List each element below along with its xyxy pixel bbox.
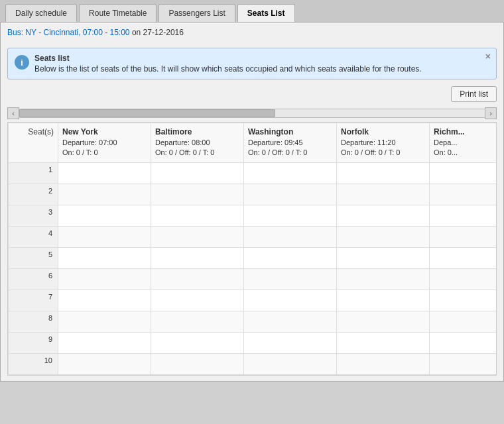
seat-number-cell: 3 (9, 205, 58, 226)
page-wrapper: Daily schedule Route Timetable Passenger… (0, 0, 504, 424)
tabs-bar: Daily schedule Route Timetable Passenger… (0, 0, 504, 23)
seat-city-cell (244, 226, 337, 247)
seat-city-cell (430, 184, 497, 205)
seat-city-cell (244, 162, 337, 184)
seat-city-cell (58, 353, 151, 374)
seat-number-cell: 2 (9, 184, 58, 205)
table-row: 4 (9, 226, 497, 247)
info-close-button[interactable]: × (485, 51, 491, 62)
seat-city-cell (430, 290, 497, 311)
city-name-richmond: Richm... (434, 127, 497, 136)
seat-city-cell (151, 290, 244, 311)
seat-city-cell (151, 332, 244, 353)
seat-city-cell (151, 311, 244, 332)
tab-daily-schedule[interactable]: Daily schedule (5, 4, 77, 22)
city-name-washington: Washington (248, 127, 332, 136)
city-stats-washington: On: 0 / Off: 0 / T: 0 (248, 148, 332, 158)
seats-table: Seat(s) New York Departure: 07:00 On: 0 … (8, 123, 497, 375)
tab-passengers-list[interactable]: Passengers List (158, 4, 235, 22)
city-stats-norfolk: On: 0 / Off: 0 / T: 0 (341, 148, 425, 158)
seat-city-cell (151, 184, 244, 205)
city-departure-washington: Departure: 09:45 (248, 138, 332, 148)
seat-city-cell (337, 162, 430, 184)
city-stats-new-york: On: 0 / T: 0 (62, 148, 147, 158)
seat-number-cell: 1 (9, 162, 58, 184)
seat-city-cell (337, 247, 430, 268)
city-departure-richmond: Depa... (434, 138, 497, 148)
city-departure-new-york: Departure: 07:00 (62, 138, 147, 148)
seat-city-cell (244, 247, 337, 268)
scroll-thumb[interactable] (19, 109, 275, 117)
seat-col-header: Seat(s) (9, 123, 58, 163)
col-header-washington: Washington Departure: 09:45 On: 0 / Off:… (244, 123, 337, 163)
info-title: Seats list (34, 54, 489, 63)
table-row: 3 (9, 205, 497, 226)
info-icon: i (15, 55, 29, 70)
seat-number-cell: 10 (9, 353, 58, 374)
seat-city-cell (58, 205, 151, 226)
seat-city-cell (244, 311, 337, 332)
seats-table-body: 12345678910 (9, 162, 497, 374)
seat-number-cell: 9 (9, 332, 58, 353)
table-row: 9 (9, 332, 497, 353)
seat-city-cell (337, 311, 430, 332)
tab-seats-list[interactable]: Seats List (237, 4, 295, 22)
seat-city-cell (151, 353, 244, 374)
seat-city-cell (244, 290, 337, 311)
city-name-norfolk: Norfolk (341, 127, 425, 136)
table-row: 8 (9, 311, 497, 332)
seat-city-cell (151, 162, 244, 184)
seat-city-cell (244, 268, 337, 290)
bus-date: on 27-12-2016 (130, 28, 184, 37)
seat-city-cell (244, 184, 337, 205)
seat-city-cell (58, 268, 151, 290)
scroll-left-arrow[interactable]: ‹ (7, 107, 19, 119)
seat-number-cell: 4 (9, 226, 58, 247)
seat-number-cell: 6 (9, 268, 58, 290)
col-header-richmond: Richm... Depa... On: 0... (430, 123, 497, 163)
scroll-right-arrow[interactable]: › (485, 107, 497, 119)
seats-table-wrapper: Seat(s) New York Departure: 07:00 On: 0 … (7, 122, 497, 376)
city-departure-baltimore: Departure: 08:00 (155, 138, 239, 148)
seat-city-cell (430, 162, 497, 184)
col-header-baltimore: Baltimore Departure: 08:00 On: 0 / Off: … (151, 123, 244, 163)
seat-city-cell (337, 226, 430, 247)
scroll-track[interactable] (19, 109, 485, 118)
seat-city-cell (337, 268, 430, 290)
table-header-row: Seat(s) New York Departure: 07:00 On: 0 … (9, 123, 497, 163)
print-button[interactable]: Print list (451, 86, 497, 102)
info-box: i Seats list Below is the list of seats … (7, 48, 497, 80)
print-row: Print list (7, 86, 497, 102)
content-area: Bus: NY - Cincinnati, 07:00 - 15:00 on 2… (0, 23, 504, 382)
seat-city-cell (151, 226, 244, 247)
info-text-block: Seats list Below is the list of seats of… (34, 54, 489, 74)
seat-city-cell (151, 268, 244, 290)
seat-city-cell (58, 162, 151, 184)
table-row: 1 (9, 162, 497, 184)
col-header-norfolk: Norfolk Departure: 11:20 On: 0 / Off: 0 … (337, 123, 430, 163)
table-row: 7 (9, 290, 497, 311)
bus-link[interactable]: Bus: NY - Cincinnati, 07:00 - 15:00 (7, 28, 130, 37)
seat-city-cell (430, 247, 497, 268)
seat-city-cell (337, 353, 430, 374)
seat-city-cell (430, 268, 497, 290)
city-name-new-york: New York (62, 127, 147, 136)
info-description: Below is the list of seats of the bus. I… (34, 64, 489, 74)
bus-info-line: Bus: NY - Cincinnati, 07:00 - 15:00 on 2… (7, 28, 497, 42)
horizontal-scrollbar: ‹ › (7, 107, 497, 119)
seat-city-cell (58, 332, 151, 353)
seat-city-cell (430, 332, 497, 353)
seat-city-cell (430, 311, 497, 332)
tab-route-timetable[interactable]: Route Timetable (79, 4, 157, 22)
seat-city-cell (58, 290, 151, 311)
seat-number-cell: 7 (9, 290, 58, 311)
seat-city-cell (430, 353, 497, 374)
seat-col-label: Seat(s) (28, 127, 54, 136)
seat-city-cell (58, 311, 151, 332)
table-row: 5 (9, 247, 497, 268)
seat-city-cell (151, 247, 244, 268)
seat-city-cell (337, 332, 430, 353)
seat-city-cell (244, 332, 337, 353)
seat-city-cell (337, 184, 430, 205)
city-name-baltimore: Baltimore (155, 127, 239, 136)
